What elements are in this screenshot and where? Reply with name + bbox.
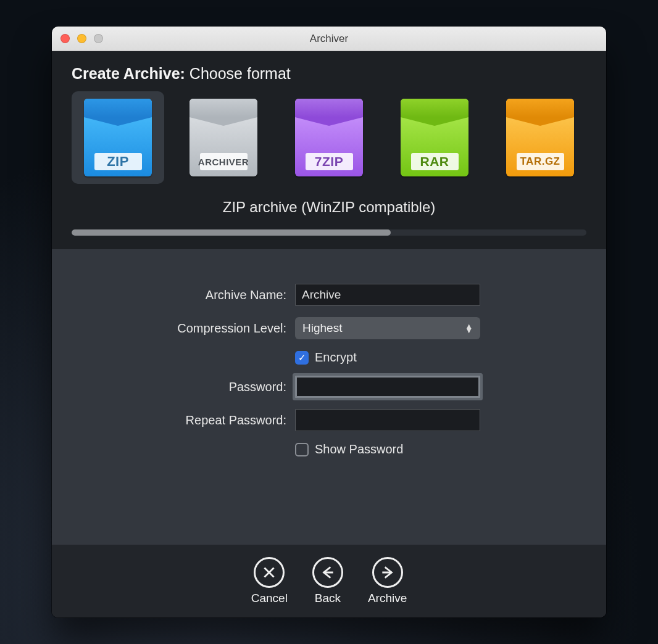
form-area: Archive Name: Compression Level: Highest… xyxy=(52,249,606,545)
archive-name-input[interactable] xyxy=(295,284,480,306)
encrypt-checkbox[interactable]: ✓ xyxy=(295,351,309,365)
show-password-checkbox[interactable] xyxy=(295,443,309,456)
repeat-password-input[interactable] xyxy=(295,409,480,431)
show-password-label: Show Password xyxy=(315,442,403,456)
close-window-icon[interactable] xyxy=(60,34,70,43)
compression-level-label: Compression Level: xyxy=(52,321,295,336)
archive-label: Archive xyxy=(368,592,407,605)
back-label: Back xyxy=(315,592,341,605)
minimize-window-icon[interactable] xyxy=(77,34,86,43)
sevenzip-folder-icon: 7ZIP xyxy=(295,99,363,176)
back-button[interactable]: Back xyxy=(312,557,343,605)
format-label: TAR.GZ xyxy=(517,153,564,170)
compression-slider[interactable] xyxy=(72,229,586,236)
compression-level-select[interactable]: Highest ▲▼ xyxy=(295,317,480,339)
format-rar[interactable]: RAR xyxy=(388,91,481,184)
zoom-window-icon xyxy=(94,34,103,43)
header: Create Archive: Choose format ZIP ARCHIV… xyxy=(52,51,606,249)
zip-folder-icon: ZIP xyxy=(84,99,152,176)
page-title-rest: Choose format xyxy=(189,65,291,82)
format-label: ZIP xyxy=(94,153,142,170)
format-7zip[interactable]: 7ZIP xyxy=(283,91,375,184)
rar-folder-icon: RAR xyxy=(401,99,469,176)
page-title-strong: Create Archive: xyxy=(72,65,185,82)
window-title: Archiver xyxy=(52,33,606,45)
archive-name-label: Archive Name: xyxy=(52,288,295,302)
format-label: ARCHIVER xyxy=(200,153,248,170)
app-window: Archiver Create Archive: Choose format Z… xyxy=(52,27,606,617)
encrypt-label: Encrypt xyxy=(315,350,357,365)
format-archiver[interactable]: ARCHIVER xyxy=(177,91,270,184)
repeat-password-label: Repeat Password: xyxy=(52,413,295,427)
format-row: ZIP ARCHIVER 7ZIP RAR xyxy=(72,91,586,190)
window-controls xyxy=(60,34,103,43)
archiver-folder-icon: ARCHIVER xyxy=(189,99,257,176)
targz-folder-icon: TAR.GZ xyxy=(506,99,574,176)
password-label: Password: xyxy=(52,380,295,394)
footer: Cancel Back Archive xyxy=(52,545,606,617)
password-input[interactable] xyxy=(295,376,480,398)
format-description: ZIP archive (WinZIP compatible) xyxy=(72,190,586,229)
cancel-label: Cancel xyxy=(251,592,288,605)
format-targz[interactable]: TAR.GZ xyxy=(494,91,586,184)
compression-slider-fill xyxy=(72,229,391,236)
back-arrow-icon xyxy=(312,557,343,588)
chevron-updown-icon: ▲▼ xyxy=(465,324,473,332)
cancel-button[interactable]: Cancel xyxy=(251,557,288,605)
compression-level-value: Highest xyxy=(302,321,342,335)
titlebar: Archiver xyxy=(52,27,606,51)
cancel-icon xyxy=(254,557,285,588)
format-zip[interactable]: ZIP xyxy=(72,91,164,184)
forward-arrow-icon xyxy=(372,557,403,588)
format-label: 7ZIP xyxy=(306,153,353,170)
format-label: RAR xyxy=(411,153,459,170)
archive-button[interactable]: Archive xyxy=(368,557,407,605)
page-title: Create Archive: Choose format xyxy=(72,65,586,83)
